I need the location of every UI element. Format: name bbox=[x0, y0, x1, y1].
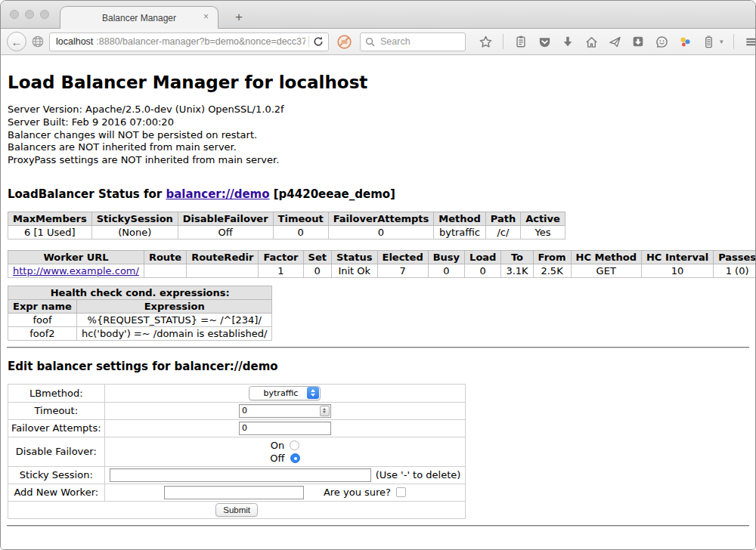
home-icon[interactable] bbox=[584, 34, 599, 49]
site-identity-globe-icon[interactable] bbox=[31, 35, 45, 48]
cell-factor: 1 bbox=[259, 264, 303, 277]
extension-battery-icon[interactable] bbox=[701, 34, 716, 49]
new-tab-button[interactable]: + bbox=[231, 9, 247, 25]
page-content: Load Balancer Manager for localhost Serv… bbox=[1, 55, 755, 549]
cell-passes: 1 (0) bbox=[714, 264, 755, 277]
timeout-label: Timeout: bbox=[8, 402, 105, 419]
column-header: HC Interval bbox=[641, 250, 713, 264]
downloads-icon[interactable] bbox=[560, 34, 575, 49]
window-close-button[interactable] bbox=[10, 10, 19, 19]
table-row: foof %{REQUEST_STATUS} =~ /^[234]/ bbox=[8, 313, 272, 326]
toolbar-divider bbox=[733, 34, 734, 49]
proxypass-note-line: ProxyPass settings are NOT inherited fro… bbox=[8, 154, 749, 167]
number-stepper-icon[interactable] bbox=[320, 406, 330, 416]
cell-timeout: 0 bbox=[273, 225, 328, 239]
reload-icon[interactable] bbox=[312, 36, 324, 48]
column-header: Busy bbox=[428, 250, 464, 264]
cell-worker-url: http://www.example.com/ bbox=[8, 264, 144, 277]
chat-smiley-icon[interactable] bbox=[654, 34, 669, 49]
menu-hamburger-icon[interactable] bbox=[744, 34, 756, 49]
column-header: Active bbox=[521, 212, 565, 225]
toolbar-divider bbox=[503, 34, 503, 49]
table-header-row: Expr name Expression bbox=[8, 299, 272, 313]
cell-expr-name: foof bbox=[8, 313, 77, 326]
column-header: Path bbox=[485, 212, 520, 225]
are-you-sure-checkbox[interactable] bbox=[396, 487, 406, 497]
search-icon bbox=[365, 37, 375, 47]
form-row-add-worker: Add New Worker: Are you sure? bbox=[8, 484, 466, 501]
column-header: Passes bbox=[714, 250, 755, 264]
lbmethod-selected-value: bytraffic bbox=[259, 388, 302, 398]
radio-off-label: Off bbox=[270, 452, 284, 465]
cell-route bbox=[144, 264, 186, 277]
lbmethod-select[interactable]: bytraffic bbox=[249, 386, 321, 400]
cell-from: 2.5K bbox=[533, 264, 571, 277]
column-header: RouteRedir bbox=[187, 250, 259, 264]
cell-disablefailover: Off bbox=[178, 225, 273, 239]
back-button[interactable]: ← bbox=[7, 32, 26, 51]
cell-set: 0 bbox=[303, 264, 331, 277]
add-worker-input[interactable] bbox=[164, 486, 304, 499]
form-row-disable-failover: Disable Failover: On Off bbox=[8, 437, 466, 466]
tab-balancer-manager[interactable]: Balancer Manager × bbox=[60, 6, 218, 29]
cell-to: 3.1K bbox=[501, 264, 533, 277]
timeout-input[interactable]: 0 bbox=[239, 404, 331, 418]
submit-button[interactable]: Submit bbox=[215, 503, 258, 517]
cell-hc-interval: 10 bbox=[641, 264, 713, 277]
server-built-line: Server Built: Feb 9 2016 07:00:20 bbox=[8, 116, 749, 129]
search-box[interactable] bbox=[360, 32, 466, 51]
form-row-failover: Failover Attempts: bbox=[8, 419, 466, 437]
sticky-session-input[interactable] bbox=[110, 468, 371, 482]
server-version-line: Server Version: Apache/2.5.0-dev (Unix) … bbox=[8, 104, 749, 116]
tab-close-icon[interactable]: × bbox=[203, 12, 209, 21]
content-blocked-icon[interactable] bbox=[336, 34, 352, 50]
browser-window: Balancer Manager × + ← localhost :8880/b… bbox=[0, 0, 756, 550]
url-domain: localhost bbox=[56, 36, 93, 47]
status-heading-suffix: [p4420eeae_demo] bbox=[270, 187, 395, 201]
column-header: MaxMembers bbox=[8, 212, 92, 225]
window-zoom-button[interactable] bbox=[40, 10, 49, 19]
loadbalancer-status-heading: LoadBalancer Status for balancer://demo … bbox=[8, 187, 749, 201]
page-title: Load Balancer Manager for localhost bbox=[8, 73, 749, 92]
reading-list-icon[interactable] bbox=[513, 34, 528, 49]
table-row: foof2 hc('body') =~ /domain is establish… bbox=[8, 326, 272, 340]
colored-dots-icon[interactable] bbox=[677, 34, 692, 49]
column-header: FailoverAttempts bbox=[328, 212, 434, 225]
cell-expression: hc('body') =~ /domain is established/ bbox=[76, 326, 272, 340]
balancer-demo-link[interactable]: balancer://demo bbox=[166, 187, 269, 201]
bookmark-star-icon[interactable] bbox=[478, 34, 493, 49]
disable-failover-off-radio[interactable] bbox=[290, 453, 300, 463]
cell-path: /c/ bbox=[485, 225, 520, 239]
pocket-icon[interactable] bbox=[537, 34, 552, 49]
urlbar-divider bbox=[308, 36, 309, 48]
worker-url-link[interactable]: http://www.example.com/ bbox=[13, 265, 139, 277]
save-to-device-icon[interactable] bbox=[631, 34, 646, 49]
form-row-sticky: Sticky Session: (Use '-' to delete) bbox=[8, 466, 466, 484]
disable-failover-on-radio[interactable] bbox=[290, 440, 299, 450]
failover-attempts-input[interactable] bbox=[239, 422, 331, 435]
cell-stickysession: (None) bbox=[91, 225, 178, 239]
form-row-lbmethod: LBmethod: bytraffic bbox=[8, 384, 466, 402]
section-divider bbox=[7, 347, 749, 348]
timeout-value: 0 bbox=[242, 406, 320, 416]
health-table-title: Health check cond. expressions: bbox=[8, 286, 272, 299]
cell-expr-name: foof2 bbox=[8, 326, 77, 340]
url-bar[interactable]: localhost :8880/balancer-manager?b=demo&… bbox=[49, 32, 329, 51]
column-header: StickySession bbox=[91, 212, 178, 225]
column-header: From bbox=[533, 250, 571, 264]
server-info: Server Version: Apache/2.5.0-dev (Unix) … bbox=[8, 104, 749, 167]
chevron-down-icon[interactable]: ▾ bbox=[720, 38, 723, 45]
column-header: HC Method bbox=[571, 250, 641, 264]
tab-title: Balancer Manager bbox=[102, 13, 176, 23]
cell-hc-method: GET bbox=[571, 264, 641, 277]
window-minimize-button[interactable] bbox=[25, 10, 34, 19]
search-input[interactable] bbox=[379, 36, 460, 48]
cell-active: Yes bbox=[521, 225, 565, 239]
status-heading-prefix: LoadBalancer Status for bbox=[8, 187, 166, 201]
table-title-row: Health check cond. expressions: bbox=[8, 286, 272, 299]
cell-busy: 0 bbox=[428, 264, 464, 277]
balancers-note-line: Balancers are NOT inherited from main se… bbox=[8, 141, 749, 154]
cell-routeredir bbox=[187, 264, 259, 277]
disable-failover-label: Disable Failover: bbox=[8, 437, 105, 466]
send-plane-icon[interactable] bbox=[607, 34, 622, 49]
